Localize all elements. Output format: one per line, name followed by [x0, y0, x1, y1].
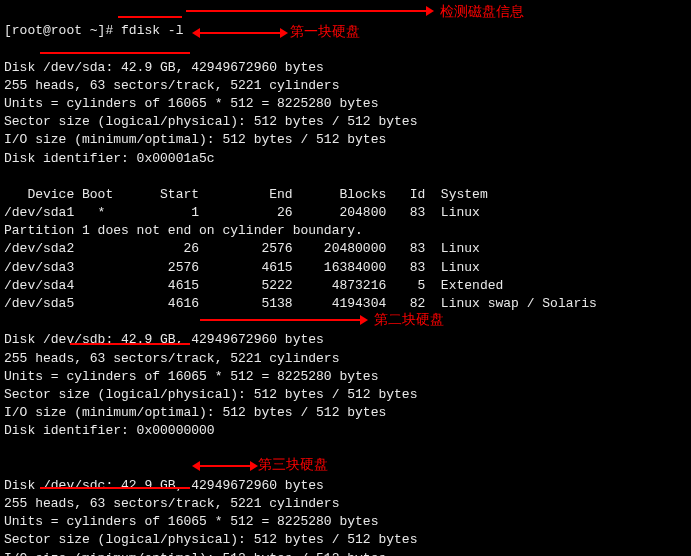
- disk1-geom: 255 heads, 63 sectors/track, 5221 cylind…: [4, 78, 339, 93]
- table-row: /dev/sda3 2576 4615 16384000 83 Linux: [4, 260, 480, 275]
- disk1-units: Units = cylinders of 16065 * 512 = 82252…: [4, 96, 378, 111]
- underline-sda: [40, 52, 190, 54]
- command-text: fdisk -l: [121, 23, 183, 38]
- terminal-output: [root@root ~]# fdisk -l Disk /dev/sda: 4…: [4, 4, 687, 556]
- anno-disk2: 第二块硬盘: [374, 310, 444, 330]
- table-row: /dev/sda4 4615 5222 4873216 5 Extended: [4, 278, 503, 293]
- partition-table-header: Device Boot Start End Blocks Id System: [4, 187, 488, 202]
- underline-sdb: [70, 343, 190, 345]
- disk2-units: Units = cylinders of 16065 * 512 = 82252…: [4, 369, 378, 384]
- disk3-sector: Sector size (logical/physical): 512 byte…: [4, 532, 417, 547]
- disk1-io: I/O size (minimum/optimal): 512 bytes / …: [4, 132, 386, 147]
- disk1-sector: Sector size (logical/physical): 512 byte…: [4, 114, 417, 129]
- disk3-io: I/O size (minimum/optimal): 512 bytes / …: [4, 551, 386, 556]
- disk1-ident: Disk identifier: 0x00001a5c: [4, 151, 215, 166]
- anno-disk1: 第一块硬盘: [290, 22, 360, 42]
- arrow-disk2: [200, 319, 360, 321]
- arrow-check-disk: [186, 10, 426, 12]
- anno-check-disk: 检测磁盘信息: [440, 2, 524, 22]
- disk2-header: Disk /dev/sdb: 42.9 GB, 42949672960 byte…: [4, 332, 324, 347]
- underline-sdc: [40, 487, 190, 489]
- underline-command: [118, 16, 182, 18]
- disk3-geom: 255 heads, 63 sectors/track, 5221 cylind…: [4, 496, 339, 511]
- arrow-disk1: [200, 32, 280, 34]
- disk3-header: Disk /dev/sdc: 42.9 GB, 42949672960 byte…: [4, 478, 324, 493]
- disk2-io: I/O size (minimum/optimal): 512 bytes / …: [4, 405, 386, 420]
- table-row: /dev/sda1 * 1 26 204800 83 Linux: [4, 205, 480, 220]
- disk2-sector: Sector size (logical/physical): 512 byte…: [4, 387, 417, 402]
- table-row: /dev/sda5 4616 5138 4194304 82 Linux swa…: [4, 296, 597, 311]
- disk3-units: Units = cylinders of 16065 * 512 = 82252…: [4, 514, 378, 529]
- arrow-disk3: [200, 465, 250, 467]
- disk2-geom: 255 heads, 63 sectors/track, 5221 cylind…: [4, 351, 339, 366]
- disk1-header: Disk /dev/sda: 42.9 GB, 42949672960 byte…: [4, 60, 324, 75]
- table-row: Partition 1 does not end on cylinder bou…: [4, 223, 363, 238]
- anno-disk3: 第三块硬盘: [258, 455, 328, 475]
- table-row: /dev/sda2 26 2576 20480000 83 Linux: [4, 241, 480, 256]
- shell-prompt: [root@root ~]#: [4, 23, 121, 38]
- disk2-ident: Disk identifier: 0x00000000: [4, 423, 215, 438]
